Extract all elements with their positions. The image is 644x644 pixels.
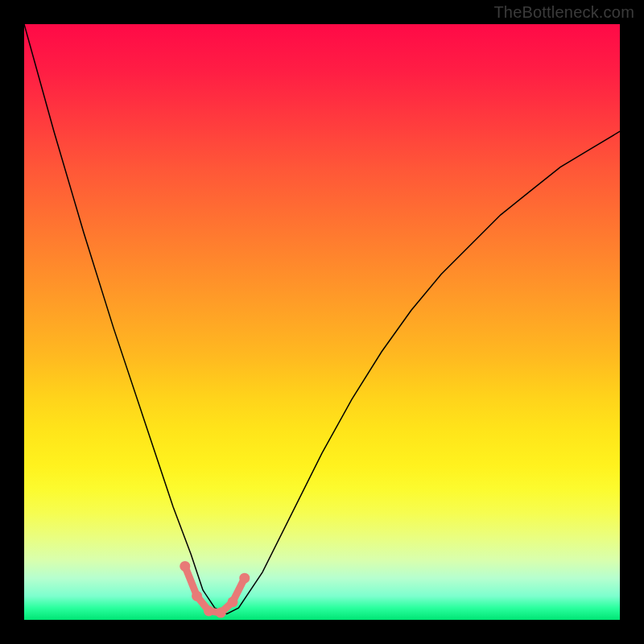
bottleneck-curve xyxy=(24,24,620,614)
watermark-text: TheBottleneck.com xyxy=(493,3,634,22)
plot-area xyxy=(24,24,620,620)
highlight-marker xyxy=(180,561,190,572)
chart-svg xyxy=(24,24,620,620)
highlight-marker xyxy=(204,605,214,616)
chart-frame: TheBottleneck.com xyxy=(0,0,644,644)
highlight-marker xyxy=(216,608,226,618)
highlight-marker xyxy=(192,591,202,601)
highlight-marker xyxy=(228,597,238,607)
highlight-marker xyxy=(239,573,250,584)
